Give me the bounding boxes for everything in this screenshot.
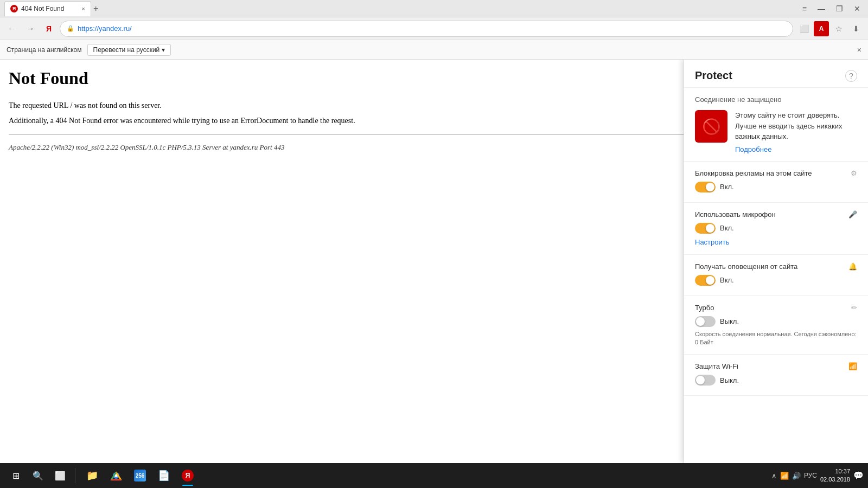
clock-display[interactable]: 10:37 02.03.2018 <box>820 467 850 484</box>
search-icon: 🔍 <box>33 471 43 481</box>
taskbar-app-file-explorer[interactable]: 📁 <box>81 464 104 487</box>
microphone-toggle-label: Вкл. <box>720 224 734 232</box>
wifi-toggle[interactable] <box>695 375 716 386</box>
microphone-label: Использовать микрофон <box>695 210 776 219</box>
wifi-toggle-label: Выкл. <box>720 376 739 384</box>
wifi-label: Защита Wi-Fi <box>695 362 738 370</box>
wifi-icon: 📶 <box>848 362 857 370</box>
ad-block-toggle[interactable] <box>695 182 716 192</box>
back-button[interactable]: ← <box>4 21 20 36</box>
security-status-label: Соединение не защищено <box>695 95 857 104</box>
yandex-app-icon: Я <box>182 470 194 481</box>
microphone-header: Использовать микрофон 🎤 <box>695 210 857 219</box>
notifications-icon: 🔔 <box>848 262 857 271</box>
security-content: 🚫 Этому сайту не стоит доверять. Лучше н… <box>695 110 857 153</box>
pdf-icon: 📄 <box>158 470 170 481</box>
toggle-knob <box>706 276 714 285</box>
ad-block-header: Блокировка рекламы на этом сайте ⚙ <box>695 169 857 177</box>
task-view-button[interactable]: ⬜ <box>49 464 72 487</box>
notifications-header: Получать оповещения от сайта 🔔 <box>695 262 857 271</box>
minimize-button[interactable]: — <box>814 3 828 14</box>
tab-title: 404 Not Found <box>21 5 64 12</box>
task-view-icon: ⬜ <box>55 471 66 481</box>
turbo-sub-text: Скорость соединения нормальная. Сегодня … <box>695 330 857 347</box>
ad-block-toggle-row: Вкл. <box>695 182 857 192</box>
taskbar-apps: 📁 256 📄 <box>81 464 199 487</box>
protect-security-section: Соединение не защищено 🚫 Этому сайту не … <box>684 88 868 162</box>
turbo-edit-icon[interactable]: ✏ <box>851 304 857 312</box>
microphone-icon: 🎤 <box>848 210 857 219</box>
toggle-knob <box>696 317 705 326</box>
forward-button[interactable]: → <box>23 21 38 36</box>
toggle-knob <box>696 376 705 384</box>
new-tab-button[interactable]: + <box>93 4 98 14</box>
language-indicator[interactable]: РУС <box>804 472 817 479</box>
notifications-toggle[interactable] <box>695 275 716 286</box>
taskbar-app-pdf[interactable]: 📄 <box>152 464 175 487</box>
taskbar-search-button[interactable]: 🔍 <box>28 466 48 485</box>
window-controls: ≡ — ❐ ✕ <box>799 3 864 14</box>
taskbar-app-256[interactable]: 256 <box>129 464 151 487</box>
page-lang-label: Страница на английском <box>7 46 82 54</box>
tab-bar: Я 404 Not Found × + <box>4 1 799 16</box>
date-text: 02.03.2018 <box>820 476 850 484</box>
download-button[interactable]: ⬇ <box>848 21 864 36</box>
wifi-toggle-row: Выкл. <box>695 375 857 386</box>
turbo-toggle-row: Выкл. <box>695 316 857 327</box>
notifications-section: Получать оповещения от сайта 🔔 Вкл. <box>684 255 868 296</box>
protect-panel: Protect ? Соединение не защищено 🚫 Этому… <box>684 60 868 463</box>
turbo-header: Турбо ✏ <box>695 304 857 312</box>
close-button[interactable]: ✕ <box>851 3 864 14</box>
network-icon[interactable]: 📶 <box>780 472 789 480</box>
volume-icon[interactable]: 🔊 <box>792 472 801 480</box>
tab-favicon: Я <box>10 5 18 12</box>
screenshot-button[interactable]: ⬜ <box>796 21 812 36</box>
security-detail-link[interactable]: Подробнее <box>735 145 857 153</box>
address-bar[interactable]: 🔒 https://yandex.ru/ <box>60 21 793 37</box>
notification-button[interactable]: 💬 <box>853 471 864 480</box>
turbo-label: Турбо <box>695 304 714 312</box>
translate-bar: Страница на английском Перевести на русс… <box>0 40 868 60</box>
turbo-toggle[interactable] <box>695 316 716 327</box>
microphone-settings-link[interactable]: Настроить <box>695 238 730 246</box>
translate-button[interactable]: Перевести на русский ▾ <box>87 44 171 56</box>
start-button[interactable]: ⊞ <box>4 464 27 487</box>
browser-tab[interactable]: Я 404 Not Found × <box>4 1 91 16</box>
ad-block-section: Блокировка рекламы на этом сайте ⚙ Вкл. <box>684 162 868 203</box>
lock-icon: 🔒 <box>67 25 74 32</box>
restore-button[interactable]: ❐ <box>833 3 846 14</box>
protect-help-button[interactable]: ? <box>845 70 857 82</box>
yandex-logo[interactable]: Я <box>41 21 56 36</box>
back-icon: ← <box>8 24 16 34</box>
chrome-icon <box>110 470 122 481</box>
taskbar: ⊞ 🔍 ⬜ 📁 <box>0 463 868 488</box>
security-slash-icon: 🚫 <box>702 118 721 136</box>
tray-chevron[interactable]: ∧ <box>771 472 777 480</box>
translate-button-label: Перевести на русский <box>93 46 160 54</box>
turbo-section: Турбо ✏ Выкл. Скорость соединения нормал… <box>684 296 868 355</box>
start-icon: ⊞ <box>12 471 20 481</box>
wifi-section: Защита Wi-Fi 📶 Выкл. <box>684 355 868 396</box>
tab-close-button[interactable]: × <box>82 5 85 12</box>
url-text: https://yandex.ru/ <box>78 24 132 33</box>
file-explorer-icon: 📁 <box>86 470 98 481</box>
browser-window: Я 404 Not Found × + ≡ — ❐ ✕ ← → Я 🔒 http… <box>0 0 868 488</box>
ad-block-settings-icon[interactable]: ⚙ <box>851 169 857 177</box>
active-indicator <box>182 485 193 486</box>
notifications-toggle-label: Вкл. <box>720 276 734 284</box>
translate-dropdown-icon: ▾ <box>162 46 165 54</box>
taskbar-app-chrome[interactable] <box>105 464 127 487</box>
translate-bar-close[interactable]: × <box>857 46 861 54</box>
taskbar-app-yandex[interactable]: Я <box>176 464 199 487</box>
ad-block-toggle-label: Вкл. <box>720 183 734 191</box>
ad-block-label: Блокировка рекламы на этом сайте <box>695 169 812 177</box>
taskbar-divider <box>75 468 75 483</box>
protect-button[interactable]: A <box>814 21 829 36</box>
bookmark-button[interactable]: ☆ <box>831 21 846 36</box>
protect-title: Protect <box>695 69 732 82</box>
forward-icon: → <box>26 24 35 34</box>
256-icon: 256 <box>134 470 146 481</box>
microphone-section: Использовать микрофон 🎤 Вкл. Настроить <box>684 203 868 255</box>
microphone-toggle[interactable] <box>695 223 716 234</box>
menu-button[interactable]: ≡ <box>799 3 810 14</box>
